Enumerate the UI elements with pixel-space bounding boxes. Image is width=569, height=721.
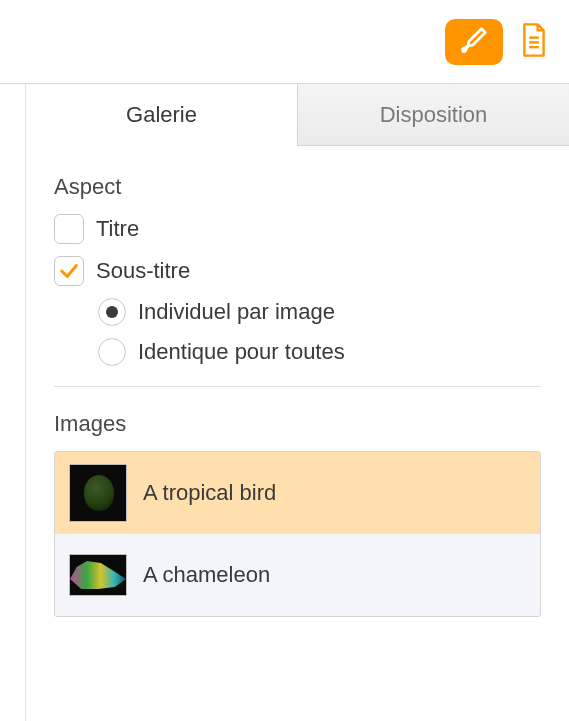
image-caption: A tropical bird xyxy=(143,480,276,506)
images-heading: Images xyxy=(54,411,541,437)
image-list-item[interactable]: A chameleon xyxy=(55,534,540,616)
tab-bar: Galerie Disposition xyxy=(26,84,569,146)
subtitle-checkbox-label: Sous-titre xyxy=(96,258,190,284)
image-list-item[interactable]: A tropical bird xyxy=(55,452,540,534)
subtitle-checkbox-row: Sous-titre xyxy=(54,256,541,286)
radio-same-label: Identique pour toutes xyxy=(138,339,345,365)
tab-gallery-label: Galerie xyxy=(126,102,197,128)
title-checkbox-row: Titre xyxy=(54,214,541,244)
image-caption: A chameleon xyxy=(143,562,270,588)
document-button[interactable] xyxy=(517,21,551,63)
toolbar xyxy=(0,0,569,84)
format-button[interactable] xyxy=(445,19,503,65)
radio-individual[interactable] xyxy=(98,298,126,326)
tab-gallery[interactable]: Galerie xyxy=(26,84,297,146)
tab-layout-label: Disposition xyxy=(380,102,488,128)
radio-individual-row: Individuel par image xyxy=(98,298,541,326)
image-list: A tropical bird A chameleon xyxy=(54,451,541,617)
left-gutter xyxy=(0,84,26,721)
main-area: Galerie Disposition Aspect Titre Sous-ti… xyxy=(0,84,569,721)
inspector-panel: Galerie Disposition Aspect Titre Sous-ti… xyxy=(26,84,569,721)
radio-same-row: Identique pour toutes xyxy=(98,338,541,366)
image-thumbnail xyxy=(69,464,127,522)
document-icon xyxy=(519,22,549,62)
radio-individual-label: Individuel par image xyxy=(138,299,335,325)
aspect-heading: Aspect xyxy=(54,174,541,200)
paintbrush-icon xyxy=(459,25,489,59)
radio-same[interactable] xyxy=(98,338,126,366)
title-checkbox-label: Titre xyxy=(96,216,139,242)
section-divider xyxy=(54,386,541,387)
tab-layout[interactable]: Disposition xyxy=(297,84,569,146)
aspect-section: Aspect Titre Sous-titre Individuel par i… xyxy=(26,146,569,617)
subtitle-checkbox[interactable] xyxy=(54,256,84,286)
title-checkbox[interactable] xyxy=(54,214,84,244)
image-thumbnail xyxy=(69,554,127,596)
subtitle-radio-group: Individuel par image Identique pour tout… xyxy=(54,298,541,366)
